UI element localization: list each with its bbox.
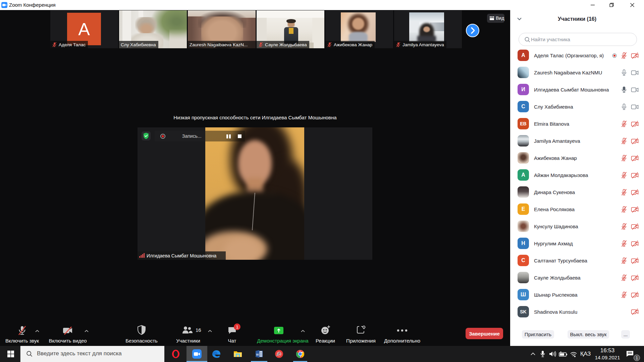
svg-text:w: w [256,352,259,356]
